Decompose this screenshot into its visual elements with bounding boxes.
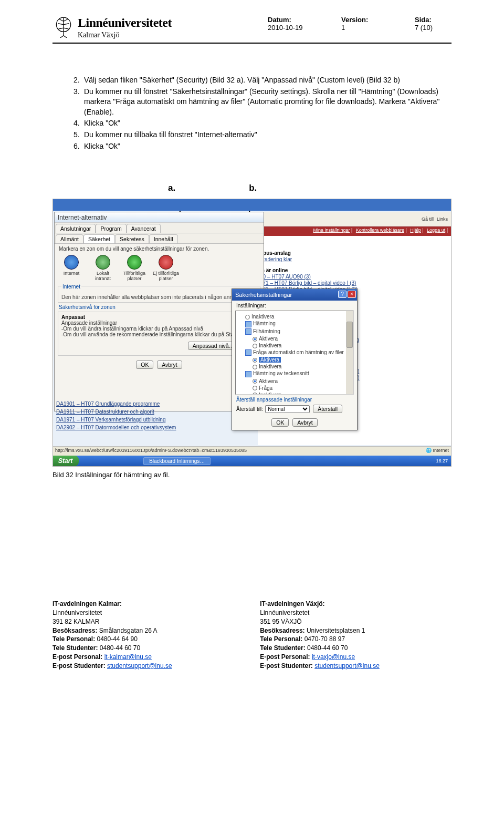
zone-icon <box>96 255 110 270</box>
links-label: Links <box>437 217 448 222</box>
instruction-item: 4.Klicka "Ok" <box>74 118 452 129</box>
tree-item: Filhämtning <box>238 328 351 335</box>
help-icon[interactable]: ? <box>338 291 346 298</box>
red-topbar: Mina inställningar | Kontrollera webbläs… <box>258 226 451 236</box>
right-link[interactable]: 071 – HT07 Börlig bild – digital video I… <box>260 280 449 286</box>
tree-item: Fråga automatiskt om hämtning av filer <box>238 349 351 356</box>
reset-to-label: Återställ till: <box>236 406 263 412</box>
label-a: a. <box>168 183 175 193</box>
reset-legend: Återställ anpassade inställningar <box>232 397 357 403</box>
email-student-vaxjo[interactable]: studentsupport@lnu.se <box>314 662 380 669</box>
zone-internet-label: Internet <box>61 284 81 290</box>
footer-left-heading: IT-avdelningen Kalmar: <box>52 600 122 607</box>
tree-item[interactable]: Aktivera <box>238 378 351 385</box>
zone-icon <box>64 255 79 270</box>
left-link[interactable]: DA2902 – HT07 Datormodellen och operativ… <box>56 425 176 430</box>
figure-screenshot: Gå till Links Mina inställningar | Kontr… <box>52 199 452 467</box>
tray-clock: 16:27 <box>436 456 451 466</box>
topbar-link[interactable]: Logga ut <box>427 228 445 233</box>
page-label: Sida: <box>415 16 452 24</box>
browser-title-bar <box>53 199 451 211</box>
tab-allmänt[interactable]: Allmänt <box>56 234 83 243</box>
tree-logo-icon <box>52 16 75 38</box>
reset-select[interactable]: Normal <box>265 405 310 413</box>
version-value: 1 <box>341 24 378 32</box>
zone-ej-tillförlitliga-platser[interactable]: Ej tillförlitliga platser <box>152 255 180 281</box>
left-link[interactable]: DA1901 – HT07 Grundläggande programme <box>56 401 176 407</box>
dialog1-title: Internet-alternativ <box>55 212 264 223</box>
start-button[interactable]: Start <box>53 456 79 466</box>
page-header: Linnéuniversitetet Kalmar Växjö Datum: 2… <box>52 16 452 44</box>
zone-row: InternetLokalt intranätTillförlitliga pl… <box>55 254 264 284</box>
left-link[interactable]: DA1911 – HT07 Datastrukturer och algorit <box>56 409 176 415</box>
taskbar: Start Blackboard Inlärnings… 16:27 <box>53 456 451 466</box>
instruction-item: 5.Du kommer nu tillbaka till fönstret "I… <box>74 130 452 140</box>
dialog2-title: Säkerhetsinställningar <box>235 292 292 298</box>
dialog2-ok-button[interactable]: OK <box>271 418 289 427</box>
custom-text-3: -Om du vill använda de rekommenderade in… <box>61 332 257 337</box>
email-personal-vaxjo[interactable]: it-vaxjo@lnu.se <box>312 653 355 661</box>
instruction-item: 6.Klicka "Ok" <box>74 141 452 152</box>
zone-internet[interactable]: Internet <box>58 255 85 281</box>
header-meta: Datum: 2010-10-19 Version: 1 Sida: 7 (10… <box>268 16 452 32</box>
email-student-kalmar[interactable]: studentsupport@lnu.se <box>107 662 172 669</box>
email-personal-kalmar[interactable]: it-kalmar@lnu.se <box>104 653 152 661</box>
status-bar: http://lms.vxu.se/webct/urw/lc2039116001… <box>53 446 451 456</box>
tree-item[interactable]: Aktivera <box>238 356 351 363</box>
topbar-link[interactable]: Hjälp <box>410 228 421 233</box>
annotation-labels: a. b. <box>52 183 452 193</box>
tree-item[interactable]: Inaktivera <box>238 342 351 349</box>
tab-anslutningar[interactable]: Anslutningar <box>56 224 96 233</box>
custom-label: Anpassat <box>61 314 85 320</box>
tab-säkerhet[interactable]: Säkerhet <box>83 234 115 243</box>
tree-item[interactable]: Aktivera <box>238 335 351 342</box>
dialog2-cancel-button[interactable]: Avbryt <box>292 418 318 427</box>
close-icon[interactable]: × <box>348 291 356 298</box>
zone-details: Internet Den här zonen innehåller alla w… <box>58 286 260 303</box>
zone-tillförlitliga-platser[interactable]: Tillförlitliga platser <box>121 255 148 281</box>
zone-icon <box>159 255 173 270</box>
tab-row-1: AnslutningarProgramAvancerat <box>55 223 264 233</box>
footer-right: IT-avdelningen Växjö: Linnéuniversitetet… <box>260 600 452 670</box>
footer-left-org: Linnéuniversitetet <box>52 609 102 616</box>
left-links: DA1901 – HT07 Grundläggande programmeDA1… <box>56 399 176 432</box>
taskbar-item[interactable]: Blackboard Inlärnings… <box>143 457 211 465</box>
tab-avancerat[interactable]: Avancerat <box>127 224 161 233</box>
zone-lokalt-intranät[interactable]: Lokalt intranät <box>89 255 117 281</box>
reset-button[interactable]: Återställ <box>313 405 342 413</box>
tree-item: Hämtning <box>238 320 351 327</box>
university-name: Linnéuniversitetet <box>78 16 172 30</box>
footer-left: IT-avdelningen Kalmar: Linnéuniversitete… <box>52 600 244 670</box>
figure-caption: Bild 32 Inställningar för hämtning av fi… <box>52 471 452 479</box>
date-label: Datum: <box>268 16 304 24</box>
tab-sekretess[interactable]: Sekretess <box>115 234 149 243</box>
tab-row-2: AllmäntSäkerhetSekretessInnehåll <box>55 233 264 244</box>
settings-tree[interactable]: InaktiveraHämtningFilhämtningAktiveraIna… <box>235 311 354 395</box>
custom-text-2: -Om du vill ändra inställningarna klicka… <box>61 326 257 332</box>
tree-item: Hämtning av teckensnitt <box>238 370 351 377</box>
dialog1-ok-button[interactable]: OK <box>136 360 153 369</box>
go-to-label: Gå till <box>422 217 434 222</box>
instructions-block: 2.Välj sedan fliken "Säkerhet" (Security… <box>52 75 452 151</box>
page-value: 7 (10) <box>415 24 452 32</box>
footer-left-addr: 391 82 KALMAR <box>52 618 99 625</box>
zone-icon <box>127 255 142 270</box>
right-link[interactable]: 90 – HT07 AUO90 (3) <box>260 274 449 280</box>
topbar-link[interactable]: Kontrollera webbläsare <box>356 228 404 233</box>
tab-program[interactable]: Program <box>96 224 126 233</box>
settings-legend: Inställningar: <box>232 301 357 308</box>
tree-item[interactable]: Inaktivera <box>238 391 351 395</box>
tab-innehåll[interactable]: Innehåll <box>149 234 178 243</box>
tree-item[interactable]: Inaktivera <box>238 313 351 320</box>
footer-right-heading: IT-avdelningen Växjö: <box>260 600 324 607</box>
campuses-label: Kalmar Växjö <box>78 31 172 39</box>
tree-item[interactable]: Inaktivera <box>238 363 351 370</box>
topbar-link[interactable]: Mina inställningar <box>313 228 350 233</box>
dialog1-cancel-button[interactable]: Avbryt <box>157 360 182 369</box>
status-zone: Internet <box>433 448 449 453</box>
status-url: http://lms.vxu.se/webct/urw/lc2039116001… <box>55 448 247 455</box>
custom-text-1: Anpassade inställningar <box>61 320 257 326</box>
tree-item[interactable]: Fråga <box>238 385 351 391</box>
security-settings-dialog: Säkerhetsinställningar ? × Inställningar… <box>232 288 358 430</box>
left-link[interactable]: DA1971 – HT07 Verksamhetsförlagd utbildn… <box>56 417 176 423</box>
